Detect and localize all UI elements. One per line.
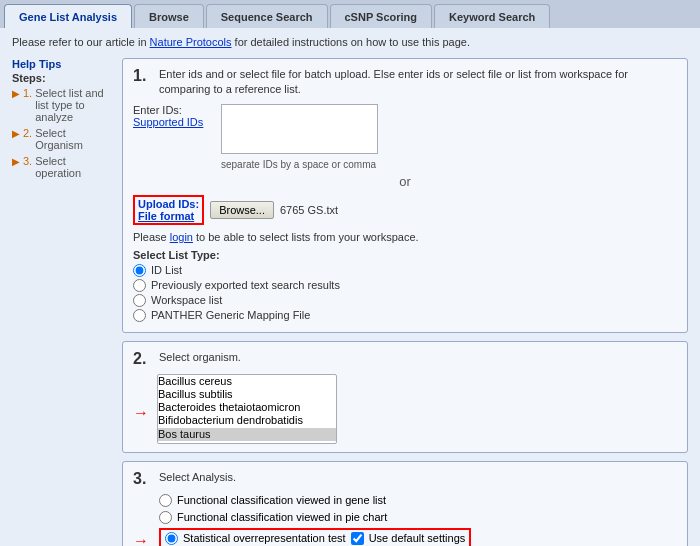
- step3-arrow-icon: ▶: [12, 156, 20, 167]
- analysis-options: Functional classification viewed in gene…: [159, 494, 471, 546]
- organism-option-bos-taurus[interactable]: Bos taurus: [158, 428, 336, 441]
- step1-text: Select list and list type to analyze: [35, 87, 112, 123]
- step3-description: Select Analysis.: [159, 470, 236, 485]
- ids-hint: separate IDs by a space or comma: [221, 159, 677, 170]
- supported-ids-link[interactable]: Supported IDs: [133, 116, 213, 128]
- sidebar-step-1: ▶ 1. Select list and list type to analyz…: [12, 87, 112, 123]
- intro-after: for detailed instructions on how to use …: [232, 36, 470, 48]
- list-option-text-search: Previously exported text search results: [133, 279, 677, 292]
- file-format-link[interactable]: File format: [138, 210, 199, 222]
- browse-button[interactable]: Browse...: [210, 201, 274, 219]
- step2-red-arrow-icon: →: [133, 404, 149, 422]
- label-pie-chart: Functional classification viewed in pie …: [177, 511, 387, 523]
- tab-gene-list-analysis[interactable]: Gene List Analysis: [4, 4, 132, 28]
- step2-text: Select Organism: [35, 127, 112, 151]
- radio-text-search[interactable]: [133, 279, 146, 292]
- label-overrepresentation-default: Use default settings: [369, 532, 466, 544]
- step2-arrow-icon: ▶: [12, 128, 20, 139]
- label-overrepresentation: Statistical overrepresentation test: [183, 532, 346, 544]
- enter-ids-label: Enter IDs: Supported IDs: [133, 104, 213, 128]
- organism-select[interactable]: Bacillus cereus Bacillus subtilis Bacter…: [157, 374, 337, 444]
- sidebar-title: Help Tips: [12, 58, 112, 70]
- label-gene-list: Functional classification viewed in gene…: [177, 494, 386, 506]
- organism-option[interactable]: Bacillus subtilis: [158, 388, 336, 401]
- label-panther: PANTHER Generic Mapping File: [151, 309, 310, 321]
- ids-textarea[interactable]: [221, 104, 378, 154]
- tab-keyword-search[interactable]: Keyword Search: [434, 4, 550, 28]
- tab-browse[interactable]: Browse: [134, 4, 204, 28]
- sidebar: Help Tips Steps: ▶ 1. Select list and li…: [12, 58, 112, 546]
- step2-description: Select organism.: [159, 350, 241, 365]
- label-text-search: Previously exported text search results: [151, 279, 340, 291]
- nature-protocols-link[interactable]: Nature Protocols: [150, 36, 232, 48]
- list-option-workspace: Workspace list: [133, 294, 677, 307]
- step1-arrow-icon: ▶: [12, 88, 20, 99]
- label-id-list: ID List: [151, 264, 182, 276]
- step3-number: 3.: [133, 470, 149, 488]
- step2-section: 2. Select organism. → Bacillus cereus Ba…: [122, 341, 688, 453]
- tab-csnp-scoring[interactable]: cSNP Scoring: [330, 4, 433, 28]
- upload-ids-label: Upload IDs: File format: [133, 195, 204, 225]
- step3-section: 3. Select Analysis. → Functional classif…: [122, 461, 688, 546]
- radio-pie-chart[interactable]: [159, 511, 172, 524]
- login-note-after: to be able to select lists from your wor…: [193, 231, 419, 243]
- step3-red-arrow-icon: →: [133, 532, 149, 546]
- sidebar-step-3: ▶ 3. Select operation: [12, 155, 112, 179]
- file-name: 6765 GS.txt: [280, 204, 338, 216]
- sidebar-steps-label: Steps:: [12, 72, 112, 84]
- step3-text: Select operation: [35, 155, 112, 179]
- upload-line1: Upload IDs:: [138, 198, 199, 210]
- organism-option[interactable]: Bacteroides thetaiotaomicron: [158, 401, 336, 414]
- checkbox-overrepresentation-default[interactable]: [351, 532, 364, 545]
- select-list-type-label: Select List Type:: [133, 249, 677, 261]
- list-type-section: Select List Type: ID List Previously exp…: [133, 249, 677, 322]
- label-workspace: Workspace list: [151, 294, 222, 306]
- or-text: or: [133, 174, 677, 189]
- organism-option[interactable]: Bifidobacterium dendrobatidis: [158, 414, 336, 427]
- step3-num: 3.: [23, 155, 32, 167]
- radio-panther[interactable]: [133, 309, 146, 322]
- radio-id-list[interactable]: [133, 264, 146, 277]
- intro-before: Please refer to our article in: [12, 36, 150, 48]
- list-option-panther: PANTHER Generic Mapping File: [133, 309, 677, 322]
- step1-description: Enter ids and or select file for batch u…: [159, 67, 677, 98]
- steps-area: 1. Enter ids and or select file for batc…: [122, 58, 688, 546]
- main-content: Please refer to our article in Nature Pr…: [0, 28, 700, 546]
- step2-number: 2.: [133, 350, 149, 368]
- radio-gene-list[interactable]: [159, 494, 172, 507]
- step1-number: 1.: [133, 67, 149, 85]
- sidebar-step-2: ▶ 2. Select Organism: [12, 127, 112, 151]
- step1-num: 1.: [23, 87, 32, 99]
- step2-num: 2.: [23, 127, 32, 139]
- list-option-id-list: ID List: [133, 264, 677, 277]
- top-navigation: Gene List Analysis Browse Sequence Searc…: [0, 0, 700, 28]
- login-link[interactable]: login: [170, 231, 193, 243]
- analysis-option-overrepresentation: Statistical overrepresentation test Use …: [159, 528, 471, 546]
- analysis-option-pie-chart: Functional classification viewed in pie …: [159, 511, 471, 524]
- login-note: Please login to be able to select lists …: [133, 231, 677, 243]
- radio-overrepresentation[interactable]: [165, 532, 178, 545]
- login-note-before: Please: [133, 231, 170, 243]
- radio-workspace[interactable]: [133, 294, 146, 307]
- intro-text: Please refer to our article in Nature Pr…: [12, 36, 688, 48]
- enter-ids-text: Enter IDs:: [133, 104, 182, 116]
- analysis-option-gene-list: Functional classification viewed in gene…: [159, 494, 471, 507]
- tab-sequence-search[interactable]: Sequence Search: [206, 4, 328, 28]
- organism-option[interactable]: Bacillus cereus: [158, 375, 336, 388]
- step1-section: 1. Enter ids and or select file for batc…: [122, 58, 688, 333]
